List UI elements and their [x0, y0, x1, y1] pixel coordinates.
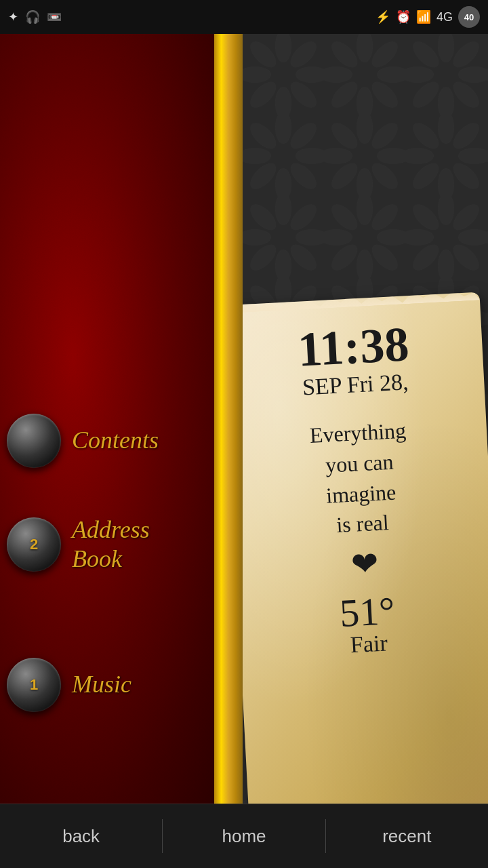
status-right-icons: ⚡ ⏰ 📶 4G 40	[375, 6, 480, 28]
menu-item-music[interactable]: 1 Music	[7, 658, 131, 712]
paper-widget: 11:38 SEP Fri 28, Everythingyou canimagi…	[243, 292, 488, 834]
book-spine	[214, 34, 243, 837]
right-panel: 11:38 SEP Fri 28, Everythingyou canimagi…	[243, 34, 488, 837]
signal-icon: 📶	[416, 9, 431, 24]
battery-level: 40	[464, 12, 474, 22]
recent-button[interactable]: recent	[326, 804, 488, 868]
paper-content: 11:38 SEP Fri 28, Everythingyou canimagi…	[243, 292, 488, 677]
home-label: home	[222, 826, 266, 847]
recent-label: recent	[382, 826, 431, 847]
voicemail-icon: 📼	[47, 9, 62, 24]
app-icon: ✦	[8, 9, 18, 24]
battery-badge: 40	[458, 6, 480, 28]
home-button[interactable]: home	[163, 804, 325, 868]
status-left-icons: ✦ 🎧 📼	[8, 9, 62, 24]
addressbook-badge: 2	[30, 536, 38, 553]
back-label: back	[62, 826, 100, 847]
music-button[interactable]: 1	[7, 658, 61, 712]
main-area: Contents 2 AddressBook 1 Music 11:38 SEP…	[0, 34, 488, 837]
menu-item-contents[interactable]: Contents	[7, 414, 159, 468]
addressbook-button[interactable]: 2	[7, 517, 61, 572]
back-button[interactable]: back	[0, 804, 162, 868]
menu-item-addressbook[interactable]: 2 AddressBook	[7, 515, 150, 574]
signal-4g-label: 4G	[436, 10, 453, 24]
status-bar: ✦ 🎧 📼 ⚡ ⏰ 📶 4G 40	[0, 0, 488, 34]
bottom-navigation: back home recent	[0, 804, 488, 868]
contents-button[interactable]	[7, 414, 61, 468]
music-badge: 1	[30, 676, 38, 694]
addressbook-label[interactable]: AddressBook	[72, 515, 150, 574]
contents-label[interactable]: Contents	[72, 426, 159, 455]
left-panel: Contents 2 AddressBook 1 Music	[0, 34, 243, 837]
music-label[interactable]: Music	[72, 670, 131, 699]
quote-display: Everythingyou canimagineis real	[243, 412, 479, 545]
headphones-icon: 🎧	[25, 9, 40, 24]
heart-decoration: ❤	[249, 538, 481, 589]
bluetooth-icon: ⚡	[375, 9, 390, 24]
alarm-icon: ⏰	[396, 9, 411, 24]
